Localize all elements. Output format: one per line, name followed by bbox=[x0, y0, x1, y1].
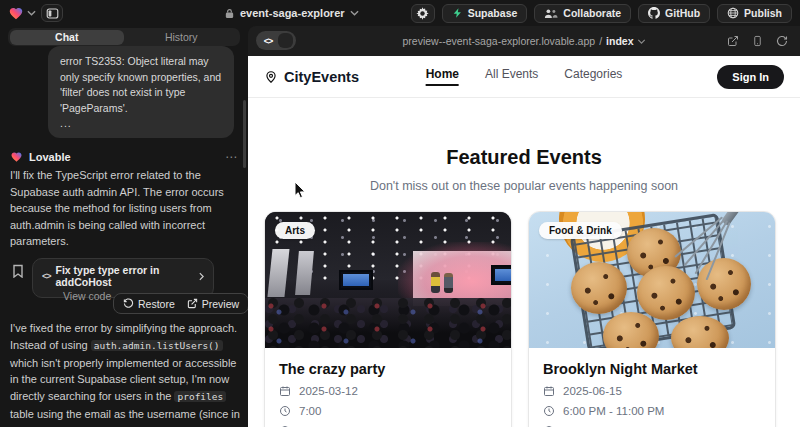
chevron-right-icon bbox=[199, 272, 204, 281]
github-button[interactable]: GitHub bbox=[638, 4, 710, 23]
message-text: table using the email as the username (s… bbox=[10, 408, 240, 427]
lovable-heart-icon bbox=[10, 151, 23, 163]
calendar-icon bbox=[279, 385, 291, 397]
preview-label: Preview bbox=[202, 298, 239, 310]
chevron-down-icon bbox=[637, 39, 645, 44]
nav-categories[interactable]: Categories bbox=[564, 67, 622, 86]
event-cards: Arts The crazy party bbox=[248, 211, 800, 427]
collaborate-button[interactable]: Collaborate bbox=[534, 4, 631, 23]
supabase-button[interactable]: Supabase bbox=[442, 4, 528, 23]
nav-all-events[interactable]: All Events bbox=[485, 67, 538, 86]
supabase-icon bbox=[452, 7, 463, 19]
lovable-logo-menu[interactable] bbox=[8, 6, 36, 21]
preview-panel: <> preview--event-saga-explorer.lovable.… bbox=[248, 26, 800, 427]
sign-in-button[interactable]: Sign In bbox=[717, 65, 784, 89]
topbar: event-saga-explorer Supabase Collaborate bbox=[0, 0, 800, 26]
people-icon bbox=[544, 8, 558, 19]
assistant-name: Lovable bbox=[29, 151, 71, 163]
project-name: event-saga-explorer bbox=[240, 7, 345, 19]
inline-code: profiles bbox=[174, 391, 226, 402]
clock-icon bbox=[543, 405, 555, 417]
event-card[interactable]: Arts The crazy party bbox=[264, 211, 512, 427]
lovable-heart-icon bbox=[8, 6, 24, 21]
publish-label: Publish bbox=[744, 7, 782, 19]
collaborate-label: Collaborate bbox=[563, 7, 621, 19]
inline-code: auth.admin.listUsers() bbox=[91, 340, 223, 351]
restore-label: Restore bbox=[138, 298, 175, 310]
nav-home[interactable]: Home bbox=[426, 67, 459, 86]
event-image-party: Arts bbox=[265, 212, 511, 348]
fix-title: Fix type type error in addCoHost bbox=[56, 264, 194, 288]
tab-history[interactable]: History bbox=[124, 30, 239, 45]
preview-url-selector[interactable]: preview--event-saga-explorer.lovable.app… bbox=[403, 26, 646, 56]
restore-icon bbox=[123, 298, 134, 309]
preview-path: index bbox=[606, 35, 633, 47]
panel-icon bbox=[46, 7, 59, 20]
hero-title: Featured Events bbox=[248, 146, 800, 169]
preview-toolbar: <> preview--event-saga-explorer.lovable.… bbox=[248, 26, 800, 56]
code-view-toggle[interactable]: <> bbox=[256, 31, 296, 50]
publish-button[interactable]: Publish bbox=[717, 4, 792, 23]
gear-icon bbox=[416, 7, 429, 20]
assistant-message-2: I've fixed the error by simplifying the … bbox=[10, 320, 240, 427]
event-title: The crazy party bbox=[279, 361, 497, 377]
clock-icon bbox=[279, 405, 291, 417]
lock-icon bbox=[224, 8, 235, 19]
brand-name: CityEvents bbox=[284, 69, 359, 85]
code-fix-card[interactable]: <> Fix type type error in addCoHost View… bbox=[32, 258, 214, 298]
event-title: Brooklyn Night Market bbox=[543, 361, 761, 377]
external-link-icon bbox=[187, 298, 198, 309]
supabase-label: Supabase bbox=[468, 7, 518, 19]
mobile-view-icon[interactable] bbox=[752, 35, 763, 47]
message-menu-button[interactable]: ⋯ bbox=[225, 150, 238, 164]
code-icon: <> bbox=[258, 36, 278, 46]
path-separator: / bbox=[599, 35, 602, 47]
hero-section: Featured Events Don't miss out on these … bbox=[248, 98, 800, 193]
github-icon bbox=[648, 7, 660, 19]
preview-button[interactable]: Preview bbox=[187, 298, 239, 310]
user-message-bubble: error TS2353: Object literal may only sp… bbox=[48, 46, 234, 138]
github-label: GitHub bbox=[665, 7, 700, 19]
category-badge: Arts bbox=[275, 222, 315, 239]
message-ellipsis: ... bbox=[60, 116, 72, 132]
bookmark-icon[interactable] bbox=[12, 264, 24, 278]
sidebar-toggle-button[interactable] bbox=[41, 4, 63, 22]
tab-chat[interactable]: Chat bbox=[10, 30, 125, 45]
event-card[interactable]: Food & Drink Brooklyn N bbox=[528, 211, 776, 427]
restore-button[interactable]: Restore bbox=[123, 298, 175, 310]
site-header: CityEvents Home All Events Categories Si… bbox=[248, 56, 800, 98]
chat-tabs: Chat History bbox=[8, 28, 240, 46]
chat-scrollbar[interactable] bbox=[243, 100, 246, 168]
open-external-icon[interactable] bbox=[727, 35, 739, 47]
preview-url: preview--event-saga-explorer.lovable.app bbox=[403, 35, 596, 47]
project-selector[interactable]: event-saga-explorer bbox=[224, 0, 359, 26]
event-time: 6:00 PM - 11:00 PM bbox=[563, 405, 664, 417]
toggle-knob bbox=[278, 33, 293, 48]
event-image-cookies: Food & Drink bbox=[529, 212, 775, 348]
chevron-down-icon bbox=[350, 10, 359, 16]
message-actions: Restore Preview bbox=[113, 293, 248, 314]
site-nav: Home All Events Categories bbox=[426, 67, 623, 86]
category-badge: Food & Drink bbox=[539, 222, 622, 239]
chevron-down-icon bbox=[27, 10, 36, 16]
globe-icon bbox=[727, 7, 739, 19]
hero-subtitle: Don't miss out on these popular events h… bbox=[248, 179, 800, 193]
user-message-text: error TS2353: Object literal may only sp… bbox=[60, 55, 221, 114]
mouse-cursor bbox=[294, 181, 306, 199]
site-brand[interactable]: CityEvents bbox=[264, 69, 359, 85]
code-icon: <> bbox=[42, 271, 51, 281]
settings-button[interactable] bbox=[411, 4, 435, 23]
site-content: CityEvents Home All Events Categories Si… bbox=[248, 56, 800, 427]
chat-panel: Chat History error TS2353: Object litera… bbox=[0, 26, 248, 427]
calendar-icon bbox=[543, 385, 555, 397]
event-date: 2025-06-15 bbox=[563, 385, 622, 397]
refresh-icon[interactable] bbox=[776, 35, 788, 47]
assistant-message-1: I'll fix the TypeScript error related to… bbox=[10, 167, 236, 250]
event-date: 2025-03-12 bbox=[299, 385, 358, 397]
map-pin-icon bbox=[264, 70, 278, 84]
event-time: 7:00 bbox=[299, 405, 321, 417]
